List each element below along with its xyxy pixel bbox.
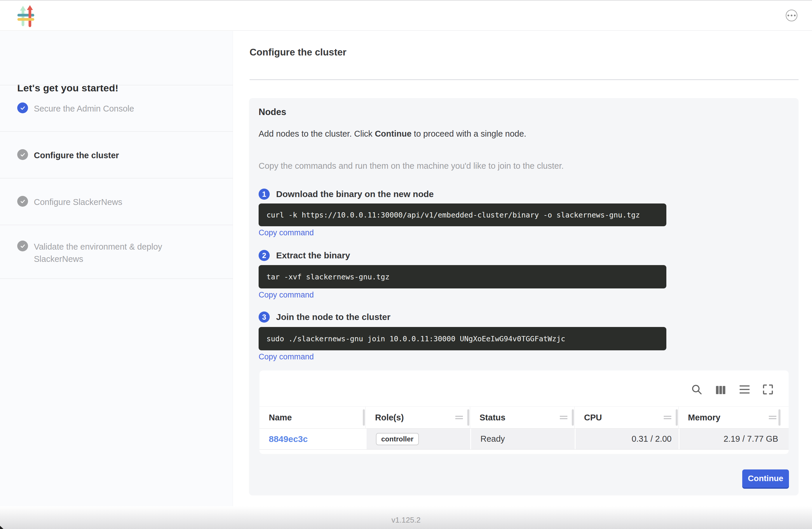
copy-command-link-2[interactable]: Copy command [259, 290, 314, 300]
density-icon[interactable] [739, 384, 750, 395]
column-resize-handle[interactable] [572, 409, 574, 426]
step-1-number-badge: 1 [259, 189, 270, 200]
footer-bar: v1.125.2 [0, 506, 812, 529]
table-row: 8849ec3c controller Ready 0.31 / 2.00 2.… [260, 429, 789, 449]
column-header-name[interactable]: Name [260, 407, 366, 428]
sidebar-item-label: Secure the Admin Console [34, 102, 134, 115]
nodes-intro-text: Add nodes to the cluster. Click Continue… [259, 129, 526, 139]
column-drag-icon[interactable] [663, 415, 672, 420]
continue-button[interactable]: Continue [742, 469, 789, 488]
command-block-download: curl -k https://10.0.0.11:30000/api/v1/e… [259, 203, 666, 226]
step-3-heading: 3 Join the node to the cluster [259, 312, 391, 323]
step-2-number-badge: 2 [259, 250, 270, 261]
more-options-button[interactable] [786, 10, 797, 21]
sidebar-item-secure-admin-console: Secure the Admin Console [17, 102, 134, 115]
column-header-status[interactable]: Status [470, 407, 575, 428]
column-resize-handle[interactable] [779, 409, 781, 426]
page-title: Configure the cluster [249, 47, 346, 58]
cell-cpu: 0.31 / 2.00 [575, 429, 679, 449]
sidebar-item-label: Configure SlackerNews [34, 196, 122, 208]
sidebar-item-configure-cluster: Configure the cluster [17, 149, 119, 161]
column-resize-handle[interactable] [363, 409, 365, 426]
column-drag-icon[interactable] [768, 415, 777, 420]
divider [249, 80, 799, 80]
command-block-join: sudo ./slackernews-gnu join 10.0.0.11:30… [259, 327, 666, 350]
app-window: Let's get you started! Secure the Admin … [0, 0, 812, 529]
column-drag-icon[interactable] [559, 415, 568, 420]
column-resize-handle[interactable] [676, 409, 678, 426]
sidebar-item-label: Configure the cluster [34, 149, 119, 161]
slackernews-logo-icon [17, 4, 35, 27]
search-icon[interactable] [691, 384, 702, 395]
setup-steps-sidebar: Let's get you started! Secure the Admin … [0, 31, 233, 506]
check-circle-pending-icon [17, 241, 28, 252]
cell-roles: controller [366, 429, 470, 449]
role-badge: controller [376, 433, 419, 445]
step-3-number-badge: 3 [259, 312, 270, 323]
top-bar [0, 1, 812, 31]
divider [0, 85, 233, 85]
check-circle-done-icon [17, 102, 28, 113]
fullscreen-icon[interactable] [763, 384, 773, 395]
node-name-link[interactable]: 8849ec3c [269, 434, 308, 444]
sidebar-item-label: Validate the environment & deploy Slacke… [34, 241, 191, 265]
command-text: tar -xvf slackernews-gnu.tgz [266, 273, 389, 281]
cell-name: 8849ec3c [260, 429, 366, 449]
sidebar-title: Let's get you started! [17, 82, 118, 94]
copy-command-link-1[interactable]: Copy command [259, 228, 314, 237]
divider [0, 225, 233, 225]
nodes-heading: Nodes [259, 107, 286, 117]
sidebar-item-validate-deploy: Validate the environment & deploy Slacke… [17, 241, 191, 265]
ellipsis-icon [787, 15, 789, 16]
command-text: curl -k https://10.0.0.11:30000/api/v1/e… [266, 211, 640, 219]
divider [0, 131, 233, 132]
copy-commands-hint: Copy the commands and run them on the ma… [259, 161, 564, 171]
nodes-table: Name Role(s) Status [260, 371, 789, 454]
command-block-extract: tar -xvf slackernews-gnu.tgz [259, 265, 666, 288]
column-header-memory[interactable]: Memory [679, 407, 789, 428]
cell-memory: 2.19 / 7.77 GB [679, 429, 789, 449]
step-1-heading: 1 Download the binary on the new node [259, 189, 434, 200]
check-circle-pending-icon [17, 196, 28, 207]
column-drag-icon[interactable] [455, 415, 464, 420]
column-header-cpu[interactable]: CPU [575, 407, 679, 428]
version-label: v1.125.2 [0, 516, 812, 525]
command-text: sudo ./slackernews-gnu join 10.0.0.11:30… [266, 334, 565, 343]
check-circle-pending-icon [17, 149, 28, 160]
cell-status: Ready [470, 429, 575, 449]
column-header-roles[interactable]: Role(s) [366, 407, 470, 428]
divider [0, 278, 233, 279]
table-header-row: Name Role(s) Status [260, 406, 789, 429]
step-2-heading: 2 Extract the binary [259, 250, 350, 261]
column-resize-handle[interactable] [467, 409, 469, 426]
columns-icon[interactable] [715, 385, 726, 396]
divider [0, 178, 233, 178]
sidebar-item-configure-slackernews: Configure SlackerNews [17, 196, 122, 208]
copy-command-link-3[interactable]: Copy command [259, 352, 314, 361]
nodes-card: Nodes Add nodes to the cluster. Click Co… [249, 98, 799, 496]
